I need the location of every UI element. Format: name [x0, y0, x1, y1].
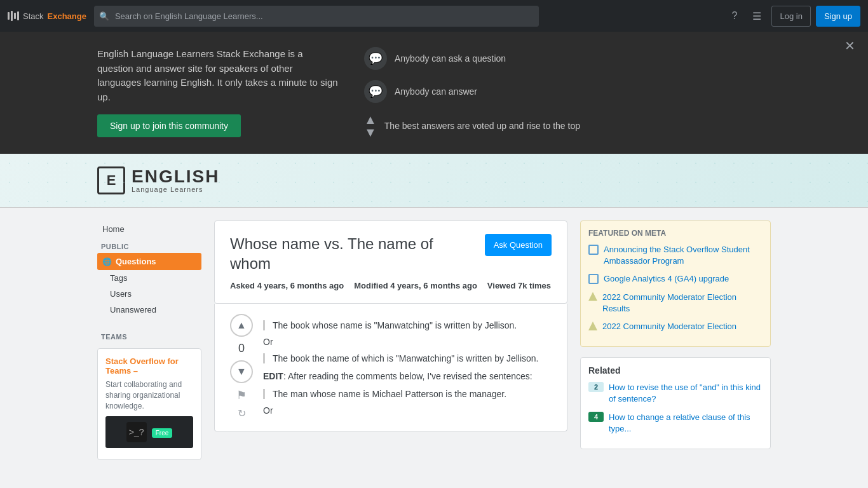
site-logo-nav[interactable]: StackExchange	[8, 11, 86, 21]
featured-item4: 2022 Community Moderator Election	[588, 321, 763, 332]
viewed-value: 7k times	[518, 281, 551, 290]
home-label: Home	[102, 224, 125, 234]
teams-dash: –	[131, 366, 138, 376]
related-item1: 2 How to revise the use of "and" in this…	[588, 382, 763, 405]
featured-item1: Announcing the Stack Overflow Student Am…	[588, 244, 763, 267]
search-icon: 🔍	[99, 11, 109, 21]
right-sidebar: Featured on Meta Announcing the Stack Ov…	[580, 220, 771, 460]
featured-item3: 2022 Community Moderator Election Result…	[588, 292, 763, 315]
unanswered-label: Unanswered	[110, 305, 156, 315]
quote3: The man whose name is Michael Patterson …	[263, 389, 552, 399]
featured-link4[interactable]: 2022 Community Moderator Election	[602, 321, 736, 332]
teams-placeholder: >_? Free	[105, 416, 193, 448]
hero-description: English Language Learners Stack Exchange…	[97, 47, 339, 104]
globe-icon: 🌐	[102, 257, 112, 266]
sidebar-item-users[interactable]: Users	[97, 286, 201, 302]
question-header: Whose name vs. The name of whom Ask Ques…	[214, 220, 567, 304]
related-link1[interactable]: How to revise the use of "and" in this k…	[609, 382, 763, 405]
chat-answer-icon: 💬	[364, 80, 387, 103]
join-community-button[interactable]: Sign up to join this community	[97, 114, 241, 137]
viewed-label: Viewed	[487, 281, 516, 290]
modified-meta: Modified 4 years, 6 months ago	[354, 281, 477, 290]
question-title: Whose name vs. The name of whom	[230, 234, 472, 273]
site-logo-subtitle: Language Learners	[132, 186, 219, 193]
main-content: Whose name vs. The name of whom Ask Ques…	[214, 220, 567, 460]
question-body: ▲ 0 ▼ ⚑ ↻ The book whose name is "Manwat…	[214, 304, 567, 431]
meta-icon1	[588, 245, 599, 255]
meta-icon2	[588, 274, 599, 284]
teams-title2: Teams	[105, 366, 131, 376]
teams-section: TEAMS Stack Overflow for Teams – Start c…	[97, 328, 201, 460]
related-item2: 4 How to change a relative clause of thi…	[588, 412, 763, 435]
featured-link2[interactable]: Google Analytics 4 (GA4) upgrade	[604, 273, 729, 285]
featured-item2: Google Analytics 4 (GA4) upgrade	[588, 273, 763, 285]
teams-free-badge: Free	[152, 428, 173, 437]
users-label: Users	[110, 289, 132, 299]
hero-text: English Language Learners Stack Exchange…	[97, 47, 339, 137]
nav-right: ? ☰ Log in Sign up	[727, 6, 860, 27]
signup-button[interactable]: Sign up	[816, 6, 860, 27]
site-logo-icon: E	[97, 166, 125, 194]
teams-title1: Stack Overflow for	[105, 356, 179, 366]
teams-terminal-icon: >_?	[126, 422, 147, 442]
edit-suffix: : After reading the comments below, I've…	[283, 371, 532, 381]
close-banner-button[interactable]: ✕	[844, 38, 855, 53]
vote-count: 0	[238, 342, 245, 355]
top-nav: StackExchange 🔍 ? ☰ Log in Sign up	[0, 0, 868, 32]
asked-meta: Asked 4 years, 6 months ago	[230, 281, 344, 290]
vote-arrows-icon: ▲ ▼	[364, 113, 377, 139]
edit-label: EDIT	[263, 371, 283, 381]
site-logo[interactable]: E ENGLISH Language Learners	[97, 166, 771, 194]
related-count2: 4	[588, 412, 604, 422]
hero-features: 💬 Anybody can ask a question 💬 Anybody c…	[364, 47, 771, 139]
search-input[interactable]	[94, 6, 539, 27]
inbox-icon[interactable]: ☰	[747, 8, 766, 25]
chat-ask-icon: 💬	[364, 47, 387, 70]
sidebar-item-tags[interactable]: Tags	[97, 270, 201, 286]
login-button[interactable]: Log in	[771, 6, 810, 27]
related-count1: 2	[588, 382, 604, 392]
bookmark-button[interactable]: ⚑	[236, 388, 247, 402]
teams-card: Stack Overflow for Teams – Start collabo…	[97, 348, 201, 460]
downvote-button[interactable]: ▼	[230, 360, 253, 383]
help-button[interactable]: ?	[727, 8, 743, 24]
main-container: Home PUBLIC 🌐 Questions Tags Users Unans…	[85, 208, 783, 473]
sidebar-item-unanswered[interactable]: Unanswered	[97, 302, 201, 318]
question-meta: Asked 4 years, 6 months ago Modified 4 y…	[230, 281, 552, 290]
exchange-text: Exchange	[48, 11, 86, 21]
tags-label: Tags	[110, 273, 127, 283]
sidebar-public-label: PUBLIC	[97, 238, 201, 253]
modified-label: Modified	[354, 281, 388, 290]
featured-title: Featured on Meta	[588, 229, 763, 238]
hero-feature-answer: 💬 Anybody can answer	[364, 80, 771, 103]
sidebar-item-home[interactable]: Home	[97, 220, 201, 238]
or1: Or	[263, 337, 552, 347]
logo-bar2	[11, 11, 13, 21]
or2: Or	[263, 405, 552, 416]
hero-feature-ask: 💬 Anybody can ask a question	[364, 47, 771, 70]
ask-question-button[interactable]: Ask Question	[485, 234, 552, 256]
mod-icon2	[588, 322, 597, 330]
sidebar-item-questions[interactable]: 🌐 Questions	[97, 253, 201, 270]
quote1: The book whose name is "Manwatching" is …	[263, 320, 552, 330]
featured-box: Featured on Meta Announcing the Stack Ov…	[580, 220, 771, 347]
site-logo-title: ENGLISH	[132, 168, 219, 186]
featured-link1[interactable]: Announcing the Stack Overflow Student Am…	[604, 244, 763, 267]
logo-bar4	[17, 11, 19, 20]
modified-value: 4 years, 6 months ago	[390, 281, 477, 290]
free-badge: Free	[152, 428, 173, 438]
sidebar: Home PUBLIC 🌐 Questions Tags Users Unans…	[97, 220, 201, 460]
related-title: Related	[588, 365, 763, 376]
feature-ask-text: Anybody can ask a question	[395, 53, 506, 64]
quote2: The book the name of which is "Manwatchi…	[263, 353, 552, 363]
teams-card-desc: Start collaborating and sharing organiza…	[105, 379, 193, 411]
featured-link3[interactable]: 2022 Community Moderator Election Result…	[602, 292, 763, 315]
viewed-meta: Viewed 7k times	[487, 281, 551, 290]
feature-vote-text: The best answers are voted up and rise t…	[384, 121, 580, 131]
history-button[interactable]: ↻	[238, 407, 246, 419]
teams-section-label: TEAMS	[97, 328, 201, 343]
related-link2[interactable]: How to change a relative clause of this …	[609, 412, 763, 435]
hero-feature-vote: ▲ ▼ The best answers are voted up and ri…	[364, 113, 771, 139]
upvote-button[interactable]: ▲	[230, 314, 253, 337]
feature-answer-text: Anybody can answer	[395, 86, 477, 97]
